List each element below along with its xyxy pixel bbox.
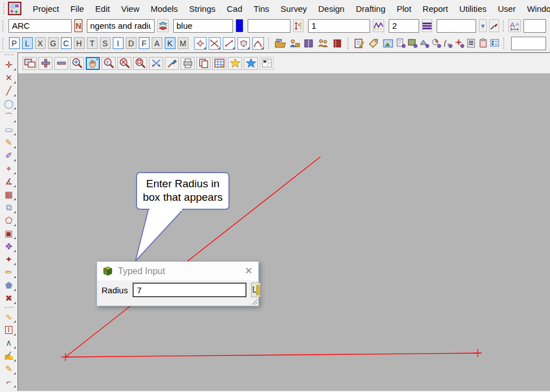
- toolbar-grip[interactable]: [503, 38, 507, 49]
- notebook-button[interactable]: [331, 37, 344, 50]
- doc-settings-button[interactable]: [395, 37, 406, 50]
- blank-field-1[interactable]: [248, 19, 291, 33]
- redraw-button[interactable]: [149, 57, 163, 70]
- dialog-title-bar[interactable]: 12 Typed Input ✕: [97, 262, 258, 280]
- styles-dropdown-button[interactable]: ▼: [479, 19, 487, 32]
- name-mode-button[interactable]: N: [74, 19, 82, 32]
- copy-view-button[interactable]: [196, 57, 210, 70]
- create-line-tool[interactable]: ╱: [2, 85, 16, 96]
- resize-grip[interactable]: [250, 298, 258, 305]
- create-circle-tool[interactable]: ◯: [2, 98, 16, 109]
- intersection-tool[interactable]: ✕: [2, 72, 16, 83]
- zoom-out-button[interactable]: [54, 57, 68, 70]
- point-settings-button[interactable]: [454, 37, 465, 50]
- create-text-tool[interactable]: ✎: [2, 136, 16, 148]
- close-icon[interactable]: ✕: [245, 266, 253, 276]
- favorites-star-button[interactable]: [228, 57, 242, 70]
- views-star-button[interactable]: [244, 57, 258, 70]
- name-field[interactable]: [8, 19, 72, 33]
- snap-line-button[interactable]: [223, 37, 235, 50]
- zoom-in-button[interactable]: [38, 57, 52, 70]
- cad-input-field[interactable]: [511, 37, 546, 50]
- weight-field[interactable]: [389, 19, 419, 33]
- zoom-previous-button[interactable]: [117, 57, 131, 70]
- colour-swatch-button[interactable]: [236, 19, 244, 32]
- toggle-k-button[interactable]: K: [165, 37, 175, 49]
- text-frame-tool[interactable]: I: [2, 324, 16, 336]
- append-point-tool[interactable]: ✦: [2, 253, 16, 265]
- polygon-tool[interactable]: ⬠: [2, 214, 16, 226]
- menu-report[interactable]: Report: [417, 2, 454, 16]
- snap-intersection-button[interactable]: [209, 37, 221, 50]
- app-logo-icon[interactable]: [8, 2, 21, 15]
- menu-user[interactable]: User: [492, 2, 521, 16]
- toggle-s-button[interactable]: S: [100, 37, 111, 49]
- radius-input[interactable]: [133, 283, 247, 297]
- model-picker-button[interactable]: [157, 19, 169, 32]
- toggle-p-button[interactable]: P: [9, 37, 20, 49]
- menu-drafting[interactable]: Drafting: [350, 2, 391, 16]
- create-arc-tool[interactable]: ⌒: [2, 111, 16, 122]
- toggle-h-button[interactable]: H: [74, 37, 85, 49]
- snap-circle-button[interactable]: [237, 37, 250, 50]
- sketch-tool[interactable]: ✎: [2, 363, 16, 375]
- brush-button[interactable]: [165, 57, 179, 70]
- menu-design[interactable]: Design: [313, 2, 350, 16]
- create-rectangle-tool[interactable]: ▭: [2, 124, 16, 135]
- snap-point-button[interactable]: [194, 37, 206, 50]
- zoom-extents-button[interactable]: [70, 57, 84, 70]
- menu-cad[interactable]: Cad: [221, 2, 248, 16]
- blank-field-3[interactable]: [523, 19, 546, 33]
- list-button[interactable]: [466, 37, 477, 50]
- colour-segment-tool[interactable]: ✏: [2, 266, 16, 278]
- edit-pad-tool[interactable]: ✍: [2, 350, 16, 362]
- toolbar-grip[interactable]: [2, 38, 6, 49]
- dividers-tool[interactable]: ∧: [2, 337, 16, 349]
- menu-plot[interactable]: Plot: [391, 2, 417, 16]
- toggle-t-button[interactable]: T: [87, 37, 98, 49]
- zoom-window-button[interactable]: [133, 57, 147, 70]
- menu-survey[interactable]: Survey: [275, 2, 313, 16]
- lineweight-button[interactable]: [422, 19, 432, 32]
- toolbar-grip[interactable]: [503, 20, 505, 32]
- zoom-dynamic-button[interactable]: ±: [102, 57, 116, 70]
- measure-pick-button[interactable]: [251, 283, 261, 297]
- toggle-x-button[interactable]: X: [35, 37, 46, 49]
- user-folder-button[interactable]: [288, 37, 301, 50]
- menu-models[interactable]: Models: [145, 2, 183, 16]
- layout-button[interactable]: [259, 57, 274, 70]
- height-field[interactable]: [308, 19, 370, 33]
- delete-points-tool[interactable]: ✖: [2, 292, 16, 304]
- text-style-button[interactable]: A A: [508, 19, 521, 32]
- shield-polygon-tool[interactable]: ⬟: [2, 279, 16, 291]
- menu-tins[interactable]: Tins: [248, 2, 275, 16]
- function-settings-button[interactable]: f x: [442, 37, 453, 50]
- offset-tool[interactable]: ⌐: [2, 376, 16, 387]
- drawing-canvas[interactable]: Enter Radius in box that appears 12: [18, 73, 550, 391]
- toggle-m-button[interactable]: M: [178, 37, 188, 49]
- image-tool[interactable]: ▣: [2, 227, 16, 239]
- toolbar-grip[interactable]: [2, 20, 5, 32]
- duplicate-tool[interactable]: ⧉: [2, 201, 16, 213]
- toggle-l-button[interactable]: L: [22, 37, 33, 49]
- freehand-tool[interactable]: ∿: [2, 311, 16, 323]
- blank-field-2[interactable]: [437, 19, 476, 33]
- create-point-tool[interactable]: ✛: [2, 59, 16, 71]
- menu-edit[interactable]: Edit: [90, 2, 116, 16]
- linestyle-button[interactable]: [373, 19, 384, 32]
- toggle-d-button[interactable]: D: [126, 37, 137, 49]
- locate-point-tool[interactable]: ⌖: [2, 162, 16, 174]
- menu-strings[interactable]: Strings: [183, 2, 221, 16]
- model-field[interactable]: [87, 19, 155, 33]
- clipboard-button[interactable]: [478, 37, 489, 50]
- chart-settings-button[interactable]: [431, 37, 442, 50]
- snap-arc-button[interactable]: [252, 37, 265, 50]
- library-button[interactable]: [302, 37, 315, 50]
- options-dialog-button[interactable]: [490, 37, 500, 50]
- translate-tool[interactable]: ✥: [2, 240, 16, 252]
- image-settings-button[interactable]: [407, 37, 418, 50]
- image-viewer-button[interactable]: [381, 37, 394, 50]
- menu-file[interactable]: File: [65, 2, 90, 16]
- open-project-button[interactable]: [274, 37, 287, 50]
- toggle-g-button[interactable]: G: [48, 37, 59, 49]
